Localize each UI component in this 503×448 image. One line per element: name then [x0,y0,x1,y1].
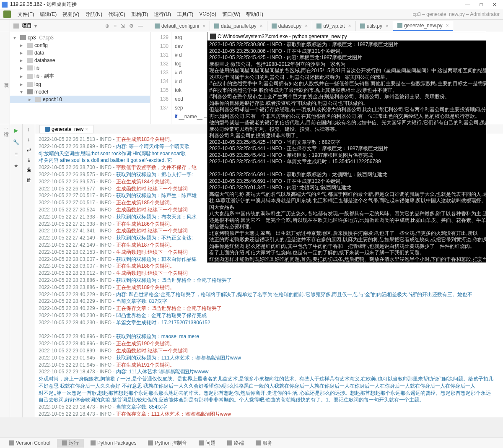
chevron-down-icon[interactable]: ▾ [34,23,37,29]
menu-帮助(H)[interactable]: 帮助(H) [244,10,266,19]
target-icon[interactable]: ⊕ [105,23,109,29]
rdp-icon [2,2,8,8]
menu-运行(U)[interactable]: 运行(U) [151,10,174,19]
tab-dataset.py[interactable]: dataset.py× [267,21,312,31]
down-icon[interactable]: ↓ [28,137,30,143]
file-icon [155,23,160,29]
scroll-icon[interactable]: ⤓ [27,157,31,163]
menu-导航(N)[interactable]: 导航(N) [83,10,105,19]
run-button[interactable]: ▶ [13,127,20,134]
tree-database[interactable]: ▸database [10,57,150,64]
folder-icon [20,35,26,40]
structure-icon[interactable]: ≡ [13,150,20,158]
file-icon [316,23,322,29]
project-tool-strip[interactable]: 项目 [0,32,10,124]
hide-icon[interactable]: — [138,23,143,29]
expand-icon[interactable]: ⇲ [121,23,125,29]
ide-title: cp3 – generate_new.py – Administrator [413,11,500,17]
maximize-button[interactable]: □ [474,0,488,9]
folder-icon [27,82,33,87]
cmd-output: 2022-10-05 23:25:30.806 - INFO - 获取到的双标题… [207,41,486,263]
bottom-服务[interactable]: 服务 [251,439,277,448]
tool-icon [227,440,232,445]
close-button[interactable]: ✕ [488,0,501,9]
soft-wrap-icon[interactable]: ⇄ [27,147,31,153]
bottom-运行[interactable]: 运行 [57,439,84,448]
menu-工具(T)[interactable]: 工具(T) [174,10,196,19]
tree-lib[interactable]: ▸lib [10,64,150,72]
python-icon [45,127,50,132]
bottom-终端[interactable]: 终端 [222,439,249,448]
folder-icon [27,89,33,94]
folder-icon [27,43,33,48]
menu-视图(V)[interactable]: 视图(V) [60,10,82,19]
cmd-icon [210,34,216,39]
left-strip [0,20,10,32]
folder-icon [27,50,33,55]
close-icon[interactable]: × [305,23,308,29]
folder-icon [13,23,19,29]
tree-log[interactable]: ▸log [10,81,150,88]
close-tab-icon[interactable]: × [85,126,88,132]
project-label[interactable]: 项目 [22,22,32,29]
run-tab-label: generate_new [52,126,83,132]
file-icon [397,23,402,28]
wrench-icon[interactable]: 🔧 [13,138,20,146]
menu-文件(F)[interactable]: 文件(F) [15,10,36,19]
tool-icon [199,440,204,445]
window-title: 119.29.35.162 - 远程桌面连接 [10,1,461,8]
cmd-window[interactable]: C:\Windows\system32\cmd.exe - python gen… [207,32,486,263]
close-icon[interactable]: × [446,23,449,29]
print-icon[interactable]: 🖶 [26,167,31,173]
tab-generate_new.py[interactable]: generate_new.py× [393,21,453,31]
tool-icon [91,440,96,445]
close-icon[interactable]: × [386,23,389,29]
cmd-title: C:\Windows\system32\cmd.exe - python gen… [218,34,347,39]
close-icon[interactable]: × [260,23,263,29]
minimize-button[interactable]: — [461,0,474,9]
folder-icon [35,97,41,102]
tree-data[interactable]: ▸data [10,49,150,57]
folder-icon [27,74,33,79]
line-gutter: 129130131132133134135136137 [150,32,171,124]
menu-编辑(E)[interactable]: 编辑(E) [37,10,59,19]
tab-utils.py[interactable]: utils.py× [356,21,393,31]
close-icon[interactable]: × [348,23,351,29]
close-icon[interactable]: × [202,23,205,29]
bookmark-icon[interactable]: ★ [13,162,20,169]
folder-icon [27,58,33,63]
pycharm-icon [3,10,11,18]
tree-config[interactable]: ▸config [10,42,150,49]
tree-epoch10[interactable]: ▸epoch10 [10,96,150,103]
run-tab[interactable]: generate_new × [39,125,93,133]
tab-default_config.ini[interactable]: default_config.ini× [150,21,210,31]
bottom-问题[interactable]: 问题 [194,439,220,448]
project-tree[interactable]: ▾cp3C:\cp3▸config▸data▸database▸lib▸lib … [10,32,150,124]
gear-icon[interactable]: ⚙ [129,23,134,29]
file-icon [360,23,365,29]
tool-icon [148,440,153,445]
menu-代码(C)[interactable]: 代码(C) [106,10,128,19]
tab-u9_wp.txt[interactable]: u9_wp.txt× [312,21,355,31]
folder-icon [27,65,33,70]
tool-icon [9,440,14,445]
tree-lib - 副本[interactable]: ▸lib - 副本 [10,72,150,81]
collapse-icon[interactable]: ≡ [114,23,117,29]
file-icon [272,23,277,29]
bottom-Python 控制台[interactable]: Python 控制台 [143,439,192,448]
tab-data_parallel.py[interactable]: data_parallel.py× [210,21,267,31]
bottom-Python Packages[interactable]: Python Packages [86,439,141,447]
run-label: 运行: [0,124,10,417]
menu-窗口(W)[interactable]: 窗口(W) [220,10,243,19]
bottom-Version Control[interactable]: Version Control [4,439,55,447]
up-icon[interactable]: ↑ [28,127,30,133]
trash-icon[interactable]: 🗑 [26,177,31,183]
tool-icon [62,440,67,445]
tree-cp3[interactable]: ▾cp3C:\cp3 [10,34,150,42]
tree-model[interactable]: ▾model [10,88,150,96]
tool-icon [256,440,261,445]
menu-重构(R)[interactable]: 重构(R) [129,10,151,19]
menu-VCS(S)[interactable]: VCS(S) [197,10,219,19]
file-icon [214,23,219,29]
